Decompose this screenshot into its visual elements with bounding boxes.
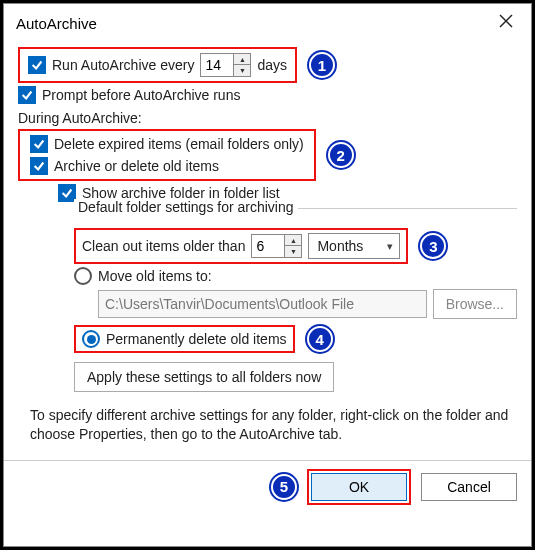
titlebar: AutoArchive [4, 4, 531, 40]
days-suffix: days [257, 57, 287, 73]
prompt-label: Prompt before AutoArchive runs [42, 87, 240, 103]
spinner-up-icon[interactable]: ▲ [285, 235, 301, 246]
highlight-perm-delete: Permanently delete old items [74, 325, 295, 353]
highlight-during: Delete expired items (email folders only… [18, 129, 316, 181]
spinner-down-icon[interactable]: ▼ [234, 65, 250, 76]
checkbox-archive-delete[interactable] [30, 157, 48, 175]
highlight-run-every: Run AutoArchive every ▲ ▼ days [18, 47, 297, 83]
checkbox-run-every[interactable] [28, 56, 46, 74]
default-settings-group: Default folder settings for archiving Cl… [74, 208, 517, 392]
footer-note: To specify different archive settings fo… [30, 406, 509, 444]
dialog-body: Run AutoArchive every ▲ ▼ days 1 Prompt … [4, 40, 531, 460]
days-spinner[interactable]: ▲ ▼ [200, 53, 251, 77]
clean-out-label: Clean out items older than [82, 238, 245, 254]
step-badge-3: 3 [420, 233, 446, 259]
group-legend: Default folder settings for archiving [74, 199, 298, 215]
ok-button[interactable]: OK [311, 473, 407, 501]
radio-move[interactable] [74, 267, 92, 285]
days-input[interactable] [201, 54, 233, 76]
highlight-clean-out: Clean out items older than ▲ ▼ Months ▾ [74, 228, 408, 264]
step-badge-1: 1 [309, 52, 335, 78]
spinner-up-icon[interactable]: ▲ [234, 54, 250, 65]
unit-value: Months [317, 238, 363, 254]
path-input [98, 290, 427, 318]
chevron-down-icon: ▾ [387, 240, 393, 253]
dialog-buttons: 5 OK Cancel [4, 460, 531, 515]
dialog-window: AutoArchive Run AutoArchive every ▲ ▼ [3, 3, 532, 547]
apply-all-button[interactable]: Apply these settings to all folders now [74, 362, 334, 392]
dialog-title: AutoArchive [16, 15, 97, 32]
browse-button[interactable]: Browse... [433, 289, 517, 319]
step-badge-5: 5 [271, 474, 297, 500]
highlight-ok: OK [307, 469, 411, 505]
close-icon[interactable] [493, 12, 519, 34]
move-label: Move old items to: [98, 268, 212, 284]
during-label: During AutoArchive: [18, 110, 517, 126]
age-spinner[interactable]: ▲ ▼ [251, 234, 302, 258]
checkbox-prompt[interactable] [18, 86, 36, 104]
archive-delete-label: Archive or delete old items [54, 158, 219, 174]
unit-select[interactable]: Months ▾ [308, 233, 400, 259]
checkbox-delete-expired[interactable] [30, 135, 48, 153]
delete-expired-label: Delete expired items (email folders only… [54, 136, 304, 152]
step-badge-4: 4 [307, 326, 333, 352]
age-input[interactable] [252, 235, 284, 257]
step-badge-2: 2 [328, 142, 354, 168]
cancel-button[interactable]: Cancel [421, 473, 517, 501]
run-every-label: Run AutoArchive every [52, 57, 194, 73]
spinner-down-icon[interactable]: ▼ [285, 246, 301, 257]
perm-delete-label: Permanently delete old items [106, 331, 287, 347]
radio-perm-delete[interactable] [82, 330, 100, 348]
